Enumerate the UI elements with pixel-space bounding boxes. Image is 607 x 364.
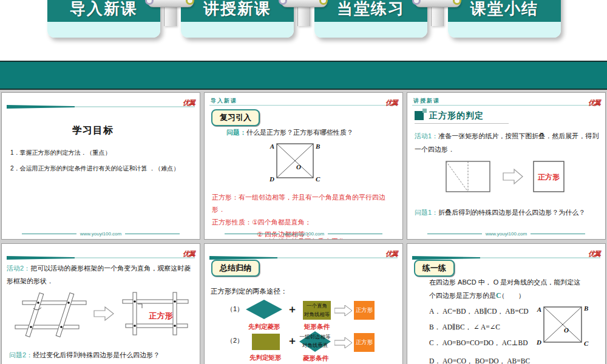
- banner-tab-bottom: [314, 22, 427, 38]
- rhombus-shape-icon: [246, 300, 282, 319]
- footer-line: [427, 234, 482, 234]
- banner-tab-top: 讲授新课: [181, 0, 294, 22]
- banner-tab-top: 导入新课: [47, 0, 160, 22]
- slide-3-square-determination[interactable]: 讲授新课 优翼 正方形的判定 活动1：准备一张矩形的纸片，按照下图折叠．然后展开…: [407, 92, 606, 240]
- vertex-d: D: [536, 339, 541, 346]
- plus-sign: ＋: [287, 302, 297, 316]
- slide-2-review-intro[interactable]: 导入新课 优翼 复习引入 问题：什么是正方形？正方形有哪些性质？ A B D C…: [204, 92, 403, 240]
- question-label: 问题：: [226, 129, 246, 136]
- vertex-b: B: [583, 305, 588, 312]
- question-line-2: 个四边形是正方形的是C（ ）: [429, 291, 525, 300]
- vertex-c: C: [584, 340, 589, 347]
- condition-box: 一个直角 对角线相等: [303, 301, 331, 320]
- question-text: 个四边形是正方形的是: [429, 292, 496, 299]
- path-label: 先判定矩形: [249, 354, 282, 362]
- badge-practice: 练一练: [414, 260, 455, 277]
- option-a: A． AC=BD， AB∥CD， AB=CD: [429, 307, 529, 316]
- question-line: 问题：什么是正方形？正方形有哪些性质？: [226, 128, 353, 137]
- banner-tab-top: 课堂小结: [448, 0, 561, 22]
- footer: www.youyi100.com: [407, 231, 605, 237]
- section-header: 导入新课: [211, 97, 237, 105]
- condition-line: 对角线相等: [304, 311, 330, 318]
- badge-summary: 总结归纳: [211, 260, 260, 277]
- square-property-1: 正方形性质：①四个角都是直角；: [212, 218, 311, 227]
- page: 导入新课 讲授新课 当堂练习 课堂小结 优翼 学习目标: [0, 0, 607, 364]
- footer-line: [225, 234, 279, 234]
- path-label: 矩形条件: [304, 323, 330, 331]
- question-text: 什么是正方形？正方形有哪些性质？: [246, 129, 353, 136]
- activity-line: 活动2：把可以活动的菱形框架的一个角变为直角，观察这时菱形框架的形状．: [7, 262, 196, 288]
- vertex-c: C: [316, 175, 320, 183]
- banner-tab-bottom: [448, 22, 561, 38]
- divider-line: [412, 105, 600, 106]
- question-text: 折叠后得到的特殊四边形是什么四边形？为什么？: [438, 209, 585, 216]
- swoosh-accent: [7, 256, 75, 260]
- square-diagram: A B D C O: [262, 139, 335, 192]
- row-number: （2）: [226, 336, 243, 345]
- slide-5-summary[interactable]: 优翼 总结归纳 正方形判定的两条途径： （1） ＋ 一个直角 对角线相等 正方形…: [204, 243, 403, 364]
- slide-6-practice[interactable]: 优翼 练一练 在四边形 ABCD 中， O 是对角线的交点，能判定这 个四边形是…: [407, 243, 606, 364]
- vertex-a: A: [270, 143, 274, 150]
- condition-line: 对角线垂直: [302, 342, 328, 348]
- right-angle-mark-icon: [138, 304, 142, 308]
- vertex-b: B: [315, 143, 320, 150]
- goal-item: 2．会运用正方形的判定条件进行有关的论证和计算 ．（难点）: [10, 164, 179, 173]
- question-label: 问题2：: [9, 351, 33, 359]
- footer-line: [531, 234, 585, 234]
- divider-line: [209, 105, 398, 106]
- goal-item: 1．掌握正方形的判定方法．（重点）: [10, 149, 111, 157]
- slide-4-rhombus-frame[interactable]: 优翼 活动2：把可以活动的菱形框架的一个角变为直角，观察这时菱形框架的形状．: [1, 243, 200, 364]
- activity-text: 准备一张矩形的纸片，按照下图折叠．然后展开，得到一个四边形．: [415, 132, 599, 153]
- footer-url: www.youyi100.com: [80, 231, 121, 237]
- path-label: 菱形条件: [303, 354, 328, 363]
- banner-tab-label: 课堂小结: [470, 0, 538, 19]
- banner-tab-bottom: [47, 22, 160, 38]
- badge-review: 复习引入: [211, 109, 260, 126]
- question-text: 经过变化后得到特殊四边形是什么四边形？: [33, 351, 160, 359]
- banner-tab-practice[interactable]: 当堂练习: [314, 0, 427, 38]
- condition-line: 一组邻边相等: [300, 334, 331, 340]
- arrow-right-icon: [503, 169, 523, 184]
- youyi-logo: 优翼: [588, 249, 600, 258]
- activity-line: 活动1：准备一张矩形的纸片，按照下图折叠．然后展开，得到一个四边形．: [415, 129, 600, 156]
- banner-tab-intro[interactable]: 导入新课: [47, 0, 160, 38]
- banner-tab-label: 讲授新课: [203, 0, 271, 19]
- result-label: 正方形: [537, 173, 560, 181]
- answer-blank: （ ）: [498, 292, 525, 299]
- footer-line: [125, 234, 180, 234]
- youyi-logo: 优翼: [588, 98, 600, 107]
- question-line: 问题1：折叠后得到的特殊四边形是什么四边形？为什么？: [415, 208, 585, 217]
- youyi-logo: 优翼: [183, 98, 195, 107]
- footer-url: www.youyi100.com: [283, 231, 324, 237]
- condition-line: 一个直角: [307, 302, 327, 310]
- question-line-1: 在四边形 ABCD 中， O 是对角线的交点，能判定这: [429, 278, 580, 287]
- banner-tab-label: 当堂练习: [337, 0, 405, 19]
- footer: www.youyi100.com: [205, 231, 402, 237]
- footer: www.youyi100.com: [2, 231, 200, 237]
- activity-label: 活动1：: [415, 132, 438, 140]
- title-underline: [415, 123, 509, 124]
- frame-diagram: 正方形: [10, 291, 192, 341]
- banner-tab-bottom: [181, 22, 294, 38]
- slide-1-learning-goals[interactable]: 优翼 学习目标 1．掌握正方形的判定方法．（重点） 2．会运用正方形的判定条件进…: [1, 92, 200, 240]
- vertex-o: O: [564, 326, 569, 334]
- teal-divider-band: [0, 61, 607, 90]
- slide-title: 正方形的判定: [429, 110, 484, 121]
- path-label: 先判定菱形: [248, 323, 280, 331]
- vertex-o: O: [296, 163, 301, 170]
- question-label: 问题1：: [415, 209, 438, 216]
- arrow-right-icon: [334, 305, 353, 316]
- slide-title: 学习目标: [2, 124, 184, 137]
- banner-tab-summary[interactable]: 课堂小结: [448, 0, 561, 38]
- row-number: （1）: [226, 305, 243, 314]
- youyi-logo: 优翼: [183, 249, 195, 258]
- vertex-d: D: [269, 175, 274, 183]
- banner-tab-top: 当堂练习: [314, 0, 427, 22]
- youyi-logo: 优翼: [385, 98, 398, 107]
- banner-tab-teach[interactable]: 讲授新课: [181, 0, 294, 38]
- vertex-a: A: [537, 306, 541, 313]
- option-b: B． AD∥BC， ∠ A=∠C: [429, 323, 500, 332]
- activity-label: 活动2：: [7, 265, 30, 272]
- swoosh-accent: [7, 105, 75, 109]
- title-square-icon: [422, 109, 427, 113]
